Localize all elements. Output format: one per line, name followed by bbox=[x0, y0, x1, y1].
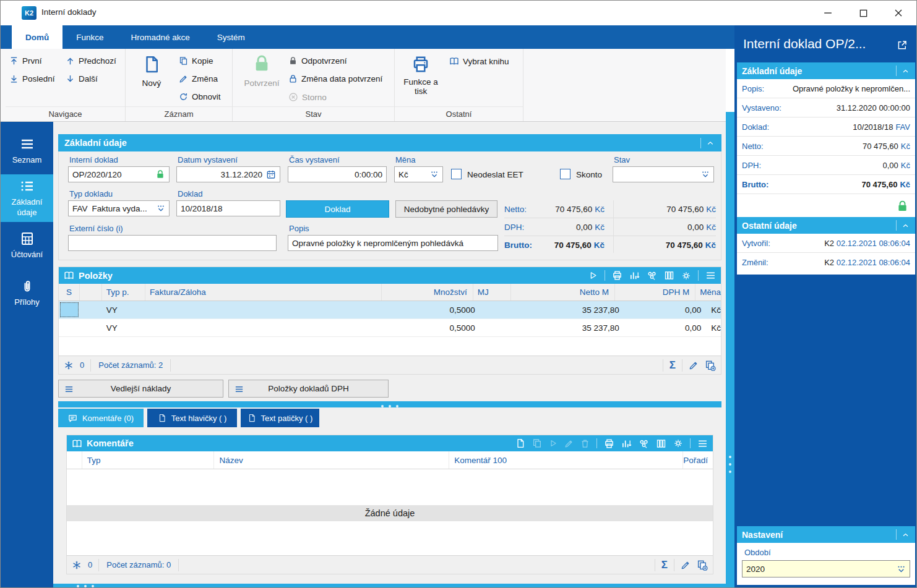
select-book-button[interactable]: Vybrat knihu bbox=[449, 56, 509, 66]
columns-icon[interactable] bbox=[656, 438, 666, 449]
new-icon[interactable] bbox=[515, 438, 525, 448]
popis-field[interactable]: Opravné položky k nepromlčeným pohledávk… bbox=[288, 235, 498, 251]
edit-icon[interactable] bbox=[689, 360, 699, 370]
unconfirm-button[interactable]: Odpotvrzení bbox=[288, 56, 347, 66]
sidebar-item-seznam[interactable]: Seznam bbox=[1, 130, 53, 172]
combo-dropdown-icon[interactable] bbox=[430, 170, 439, 179]
confirm-button[interactable]: Potvrzení bbox=[239, 54, 285, 88]
combo-dropdown-icon[interactable] bbox=[701, 170, 710, 179]
last-button[interactable]: Poslední bbox=[9, 74, 55, 83]
column-header-dph[interactable]: DPH M bbox=[615, 284, 695, 300]
copy-button[interactable]: Kopie bbox=[179, 56, 213, 66]
vertical-splitter[interactable] bbox=[726, 112, 734, 588]
refresh-button[interactable]: Obnovit bbox=[179, 92, 221, 101]
close-button[interactable] bbox=[884, 1, 913, 25]
column-header-mena[interactable]: Měna bbox=[695, 284, 721, 300]
column-header-blank[interactable] bbox=[67, 451, 82, 469]
mena-field[interactable]: Kč bbox=[394, 166, 443, 182]
table-row[interactable]: VY 0,5000 35 237,80 0,00 Kč bbox=[59, 319, 721, 337]
previous-button[interactable]: Předchozí bbox=[66, 56, 116, 66]
collapse-section-button[interactable] bbox=[896, 529, 910, 540]
change-button[interactable]: Změna bbox=[179, 74, 218, 83]
gear-icon[interactable] bbox=[681, 271, 691, 281]
neodeslat-eet-checkbox[interactable] bbox=[451, 169, 462, 179]
run-icon[interactable] bbox=[549, 439, 558, 448]
column-header-netto[interactable]: Netto M bbox=[511, 284, 615, 300]
menu-icon[interactable] bbox=[697, 438, 708, 449]
open-in-window-icon[interactable] bbox=[897, 40, 908, 51]
combo-dropdown-icon[interactable] bbox=[157, 204, 165, 213]
relations-icon[interactable] bbox=[647, 270, 657, 281]
skonto-checkbox[interactable] bbox=[560, 169, 570, 179]
stav-field[interactable] bbox=[613, 166, 714, 182]
column-header-mj[interactable]: MJ bbox=[473, 284, 511, 300]
nedobytne-pohledavky-button[interactable]: Nedobytné pohledávky bbox=[395, 200, 497, 218]
copy-add-icon[interactable] bbox=[705, 360, 716, 371]
delete-icon[interactable] bbox=[580, 439, 590, 448]
edit-icon[interactable] bbox=[681, 560, 691, 570]
column-header-typ[interactable]: Typ bbox=[82, 451, 215, 469]
column-header-komentar[interactable]: Komentář 100 bbox=[449, 451, 683, 469]
column-header-poradi[interactable]: Pořadí bbox=[683, 451, 713, 469]
run-icon[interactable] bbox=[588, 271, 598, 280]
column-header-mnozstvi[interactable]: Množství bbox=[382, 284, 473, 300]
collapse-panel-button[interactable] bbox=[700, 138, 715, 148]
obdobi-field[interactable]: 2020 bbox=[742, 560, 910, 577]
edit-icon[interactable] bbox=[564, 439, 574, 448]
column-header-s[interactable]: S bbox=[59, 284, 80, 300]
columns-icon[interactable] bbox=[664, 270, 674, 281]
focused-cell[interactable] bbox=[60, 302, 79, 317]
chart-icon[interactable] bbox=[621, 438, 632, 449]
snowflake-icon[interactable] bbox=[64, 360, 74, 370]
combo-dropdown-icon[interactable] bbox=[897, 565, 906, 574]
column-header-nazev[interactable]: Název bbox=[214, 451, 449, 469]
sidebar-item-prilohy[interactable]: Přílohy bbox=[1, 270, 53, 317]
gear-icon[interactable] bbox=[673, 438, 683, 448]
horizontal-splitter[interactable] bbox=[58, 401, 721, 407]
doklad-button[interactable]: Doklad bbox=[286, 200, 389, 218]
collapse-section-button[interactable] bbox=[896, 220, 910, 231]
sidebar-item-uctovani[interactable]: Účtování bbox=[1, 224, 53, 268]
chart-icon[interactable] bbox=[629, 270, 640, 281]
copy-icon[interactable] bbox=[532, 438, 542, 448]
datum-vystaveni-field[interactable]: 31.12.2020 bbox=[176, 166, 280, 182]
collapse-section-button[interactable] bbox=[896, 66, 910, 76]
tab-hromadne-akce[interactable]: Hromadné akce bbox=[118, 25, 204, 49]
interni-doklad-field[interactable]: OP/2020/120 bbox=[68, 166, 170, 182]
column-header-blank[interactable] bbox=[80, 284, 102, 300]
functions-print-button[interactable]: Funkce atisk bbox=[400, 55, 442, 96]
externi-cislo-field[interactable] bbox=[68, 235, 277, 251]
next-button[interactable]: Další bbox=[66, 74, 98, 83]
tab-domu[interactable]: Domů bbox=[12, 25, 62, 49]
polozky-dokladu-dph-button[interactable]: Položky dokladů DPH bbox=[228, 380, 389, 398]
new-button[interactable]: Nový bbox=[134, 55, 169, 88]
typ-dokladu-field[interactable]: FAVFaktura vyda... bbox=[68, 200, 170, 216]
print-icon[interactable] bbox=[612, 270, 622, 281]
sum-icon[interactable]: Σ bbox=[669, 359, 676, 372]
tab-komentare[interactable]: Komentáře (0) bbox=[58, 409, 144, 427]
bottom-splitter[interactable] bbox=[53, 584, 726, 588]
column-header-typ[interactable]: Typ p. bbox=[102, 284, 145, 300]
storno-button[interactable]: Storno bbox=[288, 92, 327, 102]
maximize-button[interactable] bbox=[849, 1, 877, 25]
snowflake-icon[interactable] bbox=[72, 560, 82, 570]
tab-text-hlavicky[interactable]: Text hlavičky ( ) bbox=[147, 409, 237, 427]
cas-vystaveni-field[interactable]: 0:00:00 bbox=[288, 166, 387, 182]
change-confirm-date-button[interactable]: Změna data potvrzení bbox=[288, 74, 382, 83]
print-icon[interactable] bbox=[604, 438, 614, 449]
table-row-selected[interactable]: VY 0,5000 35 237,80 0,00 Kč bbox=[59, 301, 721, 319]
sidebar-item-zakladni-udaje[interactable]: Základní údaje bbox=[1, 174, 53, 222]
first-button[interactable]: První bbox=[9, 56, 42, 66]
calendar-icon[interactable] bbox=[266, 169, 276, 179]
tab-funkce[interactable]: Funkce bbox=[62, 25, 117, 49]
menu-icon[interactable] bbox=[705, 270, 716, 281]
tab-text-paticky[interactable]: Text patičky ( ) bbox=[241, 409, 319, 427]
tab-system[interactable]: Systém bbox=[204, 25, 259, 49]
vedlejsi-naklady-button[interactable]: Vedlejší náklady bbox=[58, 380, 223, 398]
doklad-field[interactable]: 10/2018/18 bbox=[176, 200, 280, 216]
sum-icon[interactable]: Σ bbox=[661, 559, 668, 571]
relations-icon[interactable] bbox=[639, 438, 649, 449]
copy-add-icon[interactable] bbox=[697, 560, 708, 571]
minimize-button[interactable] bbox=[814, 1, 842, 25]
column-header-faktura[interactable]: Faktura/Záloha bbox=[145, 284, 382, 300]
